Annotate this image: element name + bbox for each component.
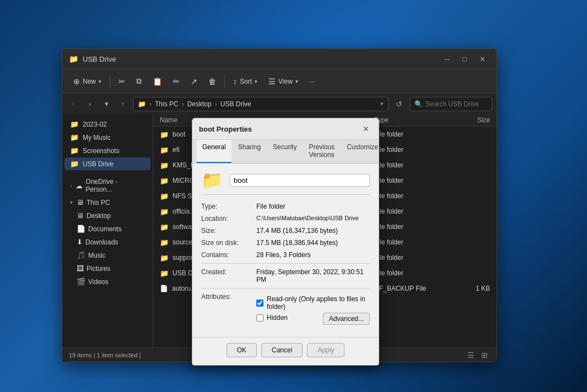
title-controls: ─ □ ✕ (439, 53, 490, 64)
up-button[interactable]: ↑ (116, 97, 130, 111)
tab-previous-versions[interactable]: Previous Versions (303, 140, 340, 163)
sidebar-item-documents[interactable]: 📄 Documents (64, 222, 150, 235)
sidebar-item-usbdrive[interactable]: 📁 USB Drive (64, 157, 150, 170)
close-button[interactable]: ✕ (475, 53, 490, 64)
folder-icon: 📁 (160, 161, 169, 170)
properties-dialog: boot Properties ✕ General Sharing Securi… (192, 118, 379, 366)
rename-icon: ✏ (173, 77, 180, 86)
recent-button[interactable]: ▾ (100, 97, 113, 111)
readonly-label: Read-only (Only applies to files in fold… (267, 295, 370, 311)
attributes-section: Read-only (Only applies to files in fold… (256, 295, 370, 325)
sidebar-item-label: 2023-02 (83, 121, 107, 128)
chevron-down-icon: ▾ (70, 199, 73, 205)
minimize-button[interactable]: ─ (439, 53, 455, 64)
sort-button[interactable]: ↕ Sort ▾ (229, 73, 262, 90)
sidebar-item-label: Screenshots (83, 147, 120, 155)
sidebar-label: Music (88, 252, 105, 259)
sidebar-item-pictures[interactable]: 🖼 Pictures (64, 262, 150, 275)
hidden-checkbox[interactable] (256, 314, 263, 322)
folder-icon: 📁 (160, 208, 169, 216)
title-bar: 📁 USB Drive ─ □ ✕ (62, 49, 497, 69)
apply-button[interactable]: Apply (307, 343, 344, 357)
paste-button[interactable]: 📋 (148, 73, 166, 90)
breadcrumb-icon: 📁 (138, 100, 146, 108)
sidebar-item-label: My Music (83, 134, 111, 141)
sidebar-item-downloads[interactable]: ⬇ Downloads (64, 236, 150, 248)
refresh-button[interactable]: ↺ (392, 97, 406, 111)
breadcrumb-usbdrive: USB Drive (220, 100, 251, 108)
tab-sharing[interactable]: Sharing (233, 140, 266, 163)
ok-button[interactable]: OK (227, 343, 257, 357)
desktop-icon: 🖥 (77, 211, 84, 220)
readonly-attr-row: Read-only (Only applies to files in fold… (256, 295, 370, 311)
window-folder-icon: 📁 (69, 55, 78, 63)
large-icons-view-button[interactable]: ⊞ (479, 350, 490, 361)
pictures-icon: 🖼 (77, 264, 84, 273)
cut-icon: ✂ (119, 77, 125, 86)
dialog-close-button[interactable]: ✕ (360, 123, 372, 135)
chevron-right-icon: › (70, 183, 72, 189)
dialog-body: 📁 Type: File folder Location: C:\Users\M… (192, 164, 379, 337)
type-row: Type: File folder (201, 203, 370, 210)
dialog-title-bar: boot Properties ✕ (192, 118, 379, 140)
sidebar-item-desktop[interactable]: 🖥 Desktop (64, 209, 150, 222)
share-button[interactable]: ↗ (186, 73, 202, 90)
sidebar-item-mymusic[interactable]: 📁 My Music (64, 131, 150, 144)
details-view-button[interactable]: ☰ (465, 350, 477, 361)
sidebar-label: Documents (88, 225, 122, 233)
copy-icon: ⧉ (136, 77, 142, 86)
cancel-button[interactable]: Cancel (261, 343, 303, 357)
more-button[interactable]: ··· (305, 73, 319, 90)
delete-button[interactable]: 🗑 (204, 73, 220, 90)
view-button[interactable]: ☰ View ▾ (264, 73, 303, 90)
dialog-divider-1 (201, 263, 370, 264)
file-icon: 📄 (160, 285, 168, 292)
copy-button[interactable]: ⧉ (132, 73, 146, 90)
folder-icon: 📁 (160, 130, 169, 139)
sidebar-label: This PC (87, 199, 110, 206)
search-input[interactable] (426, 100, 487, 108)
rename-button[interactable]: ✏ (169, 73, 184, 90)
size-row: Size: 17.4 MB (18,347,136 bytes) (201, 227, 370, 235)
new-button[interactable]: ⊕ New ▾ (69, 73, 106, 90)
sidebar-item-videos[interactable]: 🎬 Videos (64, 275, 150, 288)
sidebar-item-screenshots[interactable]: 📁 Screenshots (64, 144, 150, 157)
column-size[interactable]: Size (446, 116, 490, 124)
toolbar-separator-1 (110, 75, 110, 88)
maximize-button[interactable]: □ (457, 53, 472, 64)
cut-button[interactable]: ✂ (114, 73, 130, 90)
sidebar-item-onedrive[interactable]: › ☁ OneDrive - Person... (64, 176, 150, 195)
tab-general[interactable]: General (197, 140, 231, 163)
tab-security[interactable]: Security (267, 140, 302, 163)
folder-name-input[interactable] (230, 174, 370, 187)
folder-icon: 📁 (160, 223, 169, 231)
breadcrumb[interactable]: 📁 › This PC › Desktop › USB Drive ▾ (133, 97, 389, 111)
sidebar-item-music[interactable]: 🎵 Music (64, 249, 150, 262)
new-label: New (83, 78, 96, 85)
attributes-row: Attributes: Read-only (Only applies to f… (201, 293, 370, 325)
cloud-icon: ☁ (76, 182, 83, 190)
folder-icon: 📁 (160, 192, 169, 200)
forward-button[interactable]: › (83, 97, 96, 111)
search-box[interactable]: 🔍 (410, 97, 492, 111)
view-buttons: ☰ ⊞ (465, 350, 490, 361)
hidden-label: Hidden (267, 314, 288, 322)
sidebar-label: Videos (88, 278, 108, 286)
readonly-checkbox[interactable] (256, 300, 263, 307)
sidebar-item-label: USB Drive (83, 160, 114, 168)
new-icon: ⊕ (73, 77, 80, 86)
more-label: ··· (309, 78, 315, 85)
new-chevron-icon: ▾ (99, 79, 101, 84)
back-button[interactable]: ‹ (67, 97, 80, 111)
column-type[interactable]: Type (374, 116, 446, 124)
sidebar-label: Downloads (85, 238, 118, 246)
sidebar-item-2023-02[interactable]: 📁 2023-02 (64, 118, 150, 130)
dialog-divider-2 (201, 288, 370, 288)
share-icon: ↗ (191, 77, 197, 86)
sidebar-item-thispc[interactable]: ▾ 🖥 This PC (64, 196, 150, 209)
folder-icon: 📁 (160, 254, 169, 262)
advanced-button[interactable]: Advanced... (323, 313, 370, 325)
contains-row: Contains: 28 Files, 3 Folders (201, 251, 370, 259)
location-label: Location: (201, 215, 256, 222)
tab-customize[interactable]: Customize (341, 140, 384, 163)
